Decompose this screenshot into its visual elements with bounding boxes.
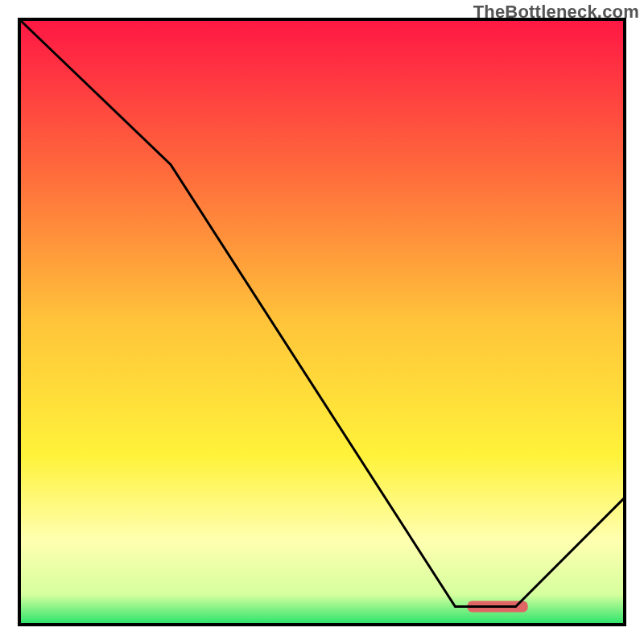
chart-svg — [0, 0, 644, 644]
plot-background — [19, 19, 625, 625]
bottleneck-chart: TheBottleneck.com — [0, 0, 644, 644]
watermark-text: TheBottleneck.com — [473, 2, 639, 23]
